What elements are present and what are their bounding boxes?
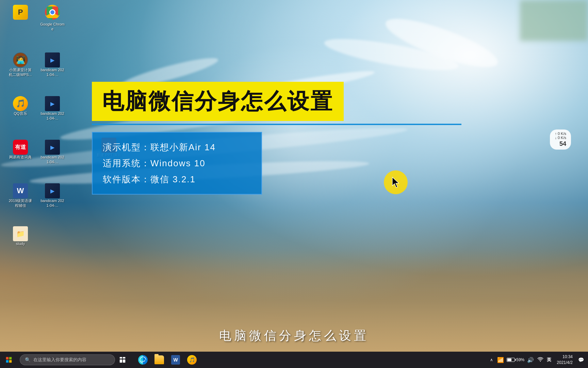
- xiaohei-icon-label: 小黑课堂计算机二级WPS...: [8, 67, 33, 77]
- windows-start-icon: [5, 356, 13, 364]
- taskbar-search-placeholder: 在这里输入你要搜索的内容: [33, 357, 86, 363]
- tray-notification-icon[interactable]: 💬: [577, 356, 585, 364]
- subtitle-section: 电脑微信分身怎么设置: [0, 327, 588, 344]
- network-speed-widget: ↑ 0 K/s ↓ 0 K/s 54: [550, 129, 571, 150]
- tray-time-text: 10:34: [562, 354, 573, 360]
- bandicam3-icon-label: bandicam 2021-04-...: [40, 155, 65, 165]
- taskbar-qqmusic-btn[interactable]: 🎵: [184, 353, 199, 367]
- youdao-icon-img: 有道: [13, 140, 28, 155]
- network-upload-text: ↑ 0 K/s: [555, 132, 566, 136]
- bandicam1-icon-img: ▶: [45, 52, 60, 67]
- desktop-icon-xiaohei[interactable]: 🧑‍💻 小黑课堂计算机二级WPS...: [7, 51, 34, 79]
- bandicam2-icon-label: bandicam 2021-04-...: [40, 111, 65, 121]
- wifi-icon-svg: [537, 357, 543, 362]
- chrome-icon-img: [44, 4, 61, 20]
- xiaohei-icon-img: 🧑‍💻: [13, 52, 28, 67]
- tray-wifi-icon[interactable]: [537, 356, 544, 364]
- network-number: 54: [559, 140, 566, 148]
- desktop-icon-p[interactable]: P: [7, 3, 34, 21]
- bandicam4-icon-label: bandicam 2021-04-...: [40, 198, 65, 208]
- system-tray: ∧ 📶 59% 🔊 英 10:34 2021/4/2: [489, 354, 588, 366]
- svg-rect-1: [9, 357, 12, 359]
- edge-icon-svg: [139, 356, 147, 364]
- bandicam4-icon-img: ▶: [45, 183, 60, 198]
- desktop-icon-qqmusic[interactable]: 🎵 QQ音乐: [7, 95, 34, 117]
- youdao-icon-label: 网易有道词典: [9, 155, 32, 159]
- svg-rect-0: [6, 357, 9, 359]
- subtitle-text: 电脑微信分身怎么设置: [219, 328, 369, 342]
- bandicam3-icon-img: ▶: [45, 140, 60, 155]
- info-line-3: 软件版本：微信 3.2.1: [103, 171, 251, 187]
- cursor-highlight: [384, 170, 408, 194]
- taskbar-word-icon: W: [171, 355, 180, 365]
- network-download-row: ↓ 0 K/s: [555, 136, 566, 140]
- info-line-2: 适用系统：Windows 10: [103, 155, 251, 171]
- desktop-icon-bandicam4[interactable]: ▶ bandicam 2021-04-...: [39, 182, 66, 210]
- desktop-icon-chrome[interactable]: Google Chrome: [39, 3, 66, 33]
- p-icon-img: P: [13, 5, 28, 20]
- banner-underline: [92, 124, 461, 125]
- taskbar-edge-btn[interactable]: [135, 353, 150, 367]
- banner-title-box: 电脑微信分身怎么设置: [92, 82, 344, 121]
- taskbar-explorer-btn[interactable]: [152, 353, 167, 367]
- tray-language-indicator[interactable]: 英: [545, 357, 553, 363]
- tray-clock[interactable]: 10:34 2021/4/2: [554, 354, 575, 366]
- desktop-icon-study[interactable]: 📁 study: [7, 225, 34, 247]
- tray-expand-btn[interactable]: ∧: [489, 356, 494, 364]
- tray-network-icon[interactable]: 📶: [496, 355, 505, 365]
- taskbar-app-icons: W 🎵: [135, 353, 199, 367]
- network-download-text: ↓ 0 K/s: [555, 136, 566, 140]
- svg-rect-3: [9, 360, 12, 363]
- desktop-icon-youdao[interactable]: 有道 网易有道词典: [7, 138, 34, 161]
- bandicam1-icon-label: bandicam 2021-04-...: [40, 67, 65, 77]
- study-icon-img: 📁: [13, 226, 28, 241]
- tray-battery[interactable]: 59%: [507, 357, 524, 362]
- desktop-icon-bandicam2[interactable]: ▶ bandicam 2021-04-...: [39, 95, 66, 122]
- main-banner: 电脑微信分身怎么设置 演示机型：联想小新Air 14 适用系统：Windows …: [92, 82, 527, 195]
- cursor-arrow-icon: [391, 176, 401, 188]
- taskview-icon: [119, 356, 126, 364]
- battery-bar: [507, 358, 515, 362]
- svg-rect-4: [120, 357, 122, 359]
- desktop-icon-bandicam1[interactable]: ▶ bandicam 2021-04-...: [39, 51, 66, 79]
- qqmusic-icon-img: 🎵: [13, 96, 28, 111]
- study-icon-label: study: [16, 241, 25, 246]
- network-upload-row: ↑ 0 K/s: [555, 132, 566, 136]
- top-right-thumbnail: [520, 0, 588, 41]
- svg-rect-6: [120, 359, 122, 363]
- desktop-icon-bandicam3[interactable]: ▶ bandicam 2021-04-...: [39, 138, 66, 166]
- explorer-icon: [154, 355, 164, 364]
- desktop-icon-word[interactable]: W 2019级英语课程辅佳: [7, 182, 34, 210]
- taskbar-search-btn[interactable]: [1, 353, 16, 367]
- taskbar-search-icon: 🔍: [25, 357, 31, 363]
- svg-rect-5: [123, 357, 125, 359]
- tray-sound-icon[interactable]: 🔊: [526, 355, 535, 365]
- info-box: 演示机型：联想小新Air 14 适用系统：Windows 10 软件版本：微信 …: [92, 132, 262, 195]
- taskbar-search-box[interactable]: 🔍 在这里输入你要搜索的内容: [20, 354, 115, 365]
- info-line-1: 演示机型：联想小新Air 14: [103, 139, 251, 155]
- chrome-icon-label: Google Chrome: [40, 22, 65, 32]
- tray-date-text: 2021/4/2: [557, 360, 573, 366]
- word-icon-img: W: [13, 183, 28, 198]
- battery-percent: 59%: [516, 357, 524, 362]
- edge-icon: [138, 355, 148, 365]
- svg-rect-7: [123, 359, 125, 363]
- taskbar-qqmusic-icon: 🎵: [187, 355, 197, 365]
- taskbar: 🔍 在这里输入你要搜索的内容 W: [0, 352, 588, 368]
- qqmusic-icon-label: QQ音乐: [14, 111, 27, 116]
- bandicam2-icon-img: ▶: [45, 96, 60, 111]
- taskbar-taskview-btn[interactable]: [115, 353, 130, 367]
- svg-rect-2: [6, 360, 9, 363]
- banner-title-text: 电脑微信分身怎么设置: [102, 89, 333, 113]
- battery-fill: [507, 358, 511, 361]
- taskbar-word-btn[interactable]: W: [168, 353, 183, 367]
- word-icon-label: 2019级英语课程辅佳: [8, 198, 33, 208]
